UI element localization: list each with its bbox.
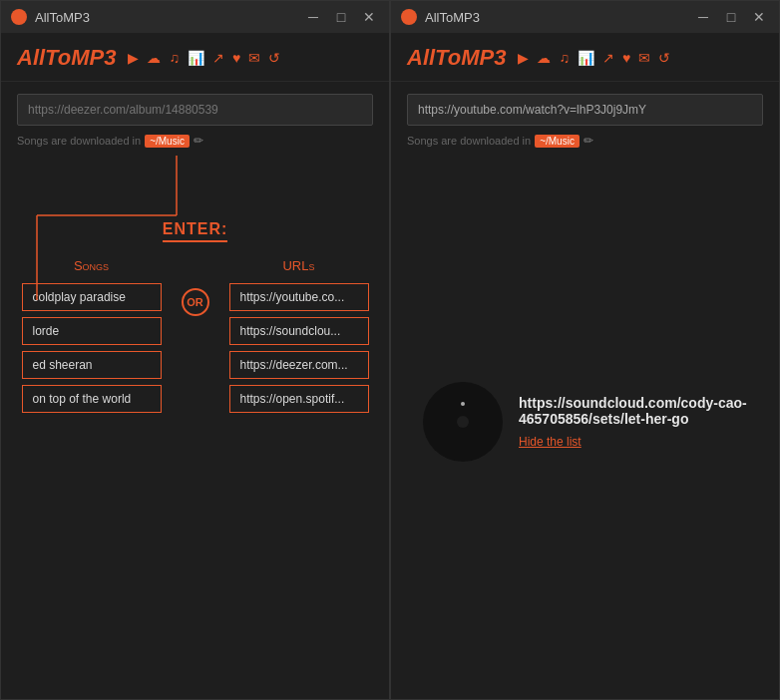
close-btn-left[interactable]: ✕ [359, 10, 379, 24]
diagram-container: ENTER: Songs coldplay paradise lorde ed … [17, 156, 373, 687]
or-badge: OR [182, 288, 209, 316]
mail-icon-r[interactable]: ✉ [638, 50, 650, 66]
titlebar-title-left: AllToMP3 [35, 10, 303, 25]
url-item[interactable]: https://open.spotif... [229, 385, 369, 413]
titlebar-left: AllToMP3 ─ □ ✕ [1, 1, 389, 33]
right-content: Songs are downloaded in ~/Music ✏ https:… [391, 82, 779, 699]
header-icons-right: ▶ ☁ ♫ 📊 ↗ ♥ ✉ ↺ [518, 50, 763, 66]
songs-header: Songs [22, 258, 162, 273]
header-right: AllToMP3 ▶ ☁ ♫ 📊 ↗ ♥ ✉ ↺ [391, 33, 779, 82]
songs-column: Songs coldplay paradise lorde ed sheeran… [22, 258, 162, 413]
right-window: AllToMP3 ─ □ ✕ AllToMP3 ▶ ☁ ♫ 📊 ↗ ♥ ✉ ↺ … [390, 0, 780, 700]
left-content: Songs are downloaded in ~/Music ✏ ENTER: [1, 82, 389, 699]
edit-icon-right[interactable]: ✏ [584, 134, 593, 148]
url-item[interactable]: https://youtube.co... [229, 283, 369, 311]
url-input-left[interactable] [17, 94, 373, 126]
list-item[interactable]: coldplay paradise [22, 283, 162, 311]
deezer-icon[interactable]: 📊 [188, 50, 204, 66]
album-art-dot [461, 402, 465, 406]
columns-wrap: Songs coldplay paradise lorde ed sheeran… [17, 258, 373, 413]
playlist-url: https://soundcloud.com/cody-cao-46570585… [519, 395, 747, 427]
soundcloud-icon-r[interactable]: ☁ [537, 50, 551, 66]
list-item[interactable]: lorde [22, 317, 162, 345]
app-title-right: AllToMP3 [407, 45, 506, 71]
titlebar-controls-left: ─ □ ✕ [303, 10, 379, 24]
playlist-info: https://soundcloud.com/cody-cao-46570585… [407, 156, 763, 687]
url-input-wrap-right [407, 94, 763, 126]
restore-btn-right[interactable]: □ [721, 10, 741, 24]
edit-icon-left[interactable]: ✏ [194, 134, 203, 148]
youtube-icon[interactable]: ▶ [128, 50, 139, 66]
urls-column: URLs https://youtube.co... https://sound… [229, 258, 369, 413]
url-input-right[interactable] [407, 94, 763, 126]
list-item[interactable]: ed sheeran [22, 351, 162, 379]
mail-icon[interactable]: ✉ [248, 50, 260, 66]
close-btn-right[interactable]: ✕ [749, 10, 769, 24]
url-input-wrap-left [17, 94, 373, 126]
download-info-left: Songs are downloaded in ~/Music ✏ [17, 134, 373, 148]
restore-btn-left[interactable]: □ [331, 10, 351, 24]
enter-section: ENTER: [163, 220, 228, 258]
minimize-btn-left[interactable]: ─ [303, 10, 323, 24]
share-icon[interactable]: ↗ [212, 50, 224, 66]
list-item[interactable]: on top of the world [22, 385, 162, 413]
urls-list: https://youtube.co... https://soundclou.… [229, 283, 369, 413]
heart-icon-r[interactable]: ♥ [622, 50, 630, 66]
refresh-icon-r[interactable]: ↺ [658, 50, 670, 66]
app-icon-right [401, 9, 417, 25]
download-info-text-left: Songs are downloaded in [17, 135, 141, 147]
heart-icon[interactable]: ♥ [232, 50, 240, 66]
share-icon-r[interactable]: ↗ [602, 50, 614, 66]
titlebar-controls-right: ─ □ ✕ [693, 10, 769, 24]
url-item[interactable]: https://deezer.com... [229, 351, 369, 379]
url-item[interactable]: https://soundclou... [229, 317, 369, 345]
album-art [423, 382, 503, 462]
app-title-left: AllToMP3 [17, 45, 116, 71]
titlebar-title-right: AllToMP3 [425, 10, 693, 25]
refresh-icon[interactable]: ↺ [268, 50, 280, 66]
hide-list-link[interactable]: Hide the list [519, 435, 747, 449]
urls-header: URLs [229, 258, 369, 273]
enter-label: ENTER: [163, 220, 228, 242]
download-info-right: Songs are downloaded in ~/Music ✏ [407, 134, 763, 148]
header-left: AllToMP3 ▶ ☁ ♫ 📊 ↗ ♥ ✉ ↺ [1, 33, 389, 82]
download-info-text-right: Songs are downloaded in [407, 135, 531, 147]
youtube-icon-r[interactable]: ▶ [518, 50, 529, 66]
titlebar-right: AllToMP3 ─ □ ✕ [391, 1, 779, 33]
playlist-details: https://soundcloud.com/cody-cao-46570585… [519, 395, 747, 449]
spotify-icon[interactable]: ♫ [169, 50, 180, 66]
spotify-icon-r[interactable]: ♫ [559, 50, 570, 66]
minimize-btn-right[interactable]: ─ [693, 10, 713, 24]
music-badge-right: ~/Music [535, 135, 580, 148]
songs-list: coldplay paradise lorde ed sheeran on to… [22, 283, 162, 413]
deezer-icon-r[interactable]: 📊 [578, 50, 594, 66]
app-icon-left [11, 9, 27, 25]
header-icons-left: ▶ ☁ ♫ 📊 ↗ ♥ ✉ ↺ [128, 50, 373, 66]
music-badge-left: ~/Music [145, 135, 190, 148]
soundcloud-icon[interactable]: ☁ [147, 50, 161, 66]
left-window: AllToMP3 ─ □ ✕ AllToMP3 ▶ ☁ ♫ 📊 ↗ ♥ ✉ ↺ … [0, 0, 390, 700]
